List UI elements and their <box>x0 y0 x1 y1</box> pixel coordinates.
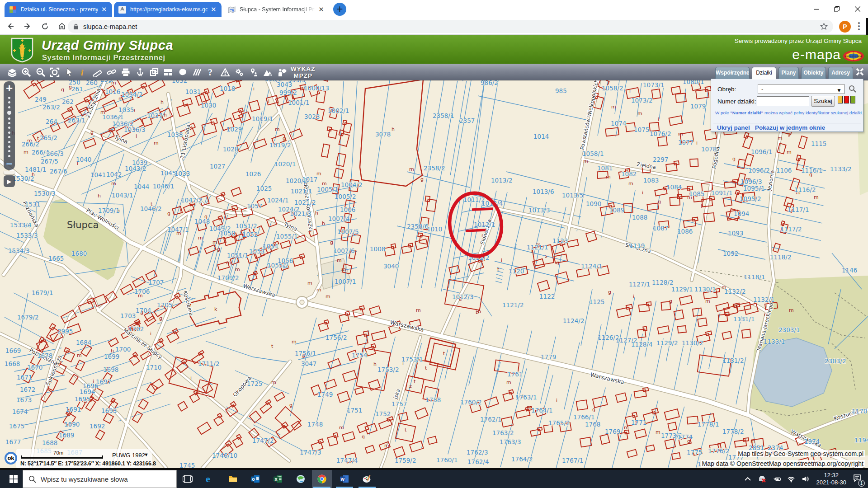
taskbar-app-globe[interactable] <box>291 470 311 488</box>
copy-view-icon[interactable] <box>147 66 161 79</box>
back-icon[interactable] <box>4 19 17 33</box>
zoom-in-button[interactable]: + <box>6 82 13 94</box>
panel-tab-działki[interactable]: Działki <box>752 67 776 80</box>
select-extent-icon[interactable] <box>48 66 61 79</box>
zoom-level-dot[interactable] <box>8 136 10 138</box>
terrain-icon[interactable] <box>261 66 274 79</box>
tab-dzialka[interactable]: Działka ul. Słoneczna - przemysła ✕ <box>5 2 112 17</box>
anchor-point-icon[interactable] <box>133 66 147 79</box>
taskbar-app-chrome[interactable] <box>312 470 332 488</box>
help-icon[interactable]: ? <box>204 66 218 79</box>
zoom-level-dot[interactable] <box>8 141 10 143</box>
panel-tab-plany[interactable]: Plany <box>778 67 799 79</box>
reload-icon[interactable] <box>38 19 52 33</box>
zoom-level-dot[interactable] <box>8 101 10 103</box>
tray-chevron-up-icon[interactable] <box>744 475 752 483</box>
taskbar-app-excel[interactable]: x <box>268 470 288 488</box>
town-label: Słupca <box>67 220 99 230</box>
zoom-slider-handle[interactable] <box>4 171 15 174</box>
window-close-button[interactable] <box>847 0 868 18</box>
tray-wifi-icon[interactable] <box>787 475 795 483</box>
taskbar-app-edge[interactable]: e <box>200 470 220 488</box>
polygon-icon[interactable] <box>176 66 189 79</box>
map-canvas[interactable]: ggmgmhmhhimgighmgimmgimgmmtgmmihhgmmhiim… <box>0 80 868 468</box>
parcel-label: 1013/6 <box>533 188 554 195</box>
poi-icon[interactable] <box>247 66 260 79</box>
legend-yellow-swatch[interactable] <box>838 96 843 103</box>
obreb-select[interactable]: -▼ <box>758 84 844 94</box>
feedback-icon[interactable] <box>275 66 289 79</box>
tab-close-icon[interactable]: ✕ <box>210 6 217 13</box>
hatch-icon[interactable] <box>190 66 203 79</box>
legend-green-swatch[interactable] <box>850 96 855 103</box>
start-button[interactable] <box>5 470 23 488</box>
split-view-icon[interactable] <box>161 66 175 79</box>
tab-close-icon[interactable]: ✕ <box>101 6 108 13</box>
panel-tab-współrzędne[interactable]: Współrzędne <box>715 67 750 79</box>
print-icon[interactable] <box>119 66 132 79</box>
tray-device-icon[interactable] <box>758 475 766 483</box>
new-tab-button[interactable]: + <box>333 3 346 16</box>
panel-tab-adresy[interactable]: Adresy <box>828 67 853 79</box>
zoom-level-dot[interactable] <box>8 131 10 134</box>
taskbar-clock[interactable]: 12:322021-08-30 <box>816 472 847 486</box>
szukaj-button[interactable]: Szukaj <box>811 96 835 107</box>
taskbar-app-explorer[interactable] <box>223 470 243 488</box>
zoom-level-dot[interactable] <box>8 117 10 120</box>
taskbar-app-task-view[interactable] <box>178 470 198 488</box>
taskbar-app-outlook[interactable]: o <box>245 470 265 488</box>
forward-icon[interactable] <box>21 19 34 33</box>
bookmark-star-icon[interactable] <box>820 23 828 30</box>
crs-select[interactable]: PUWG 1992 <box>112 452 145 459</box>
notification-center-icon[interactable]: 1 <box>853 474 862 484</box>
parcel-label: 1013/5 <box>562 192 584 199</box>
building-letter: h <box>392 127 395 132</box>
zoom-level-dot[interactable] <box>8 145 10 148</box>
layers-icon[interactable] <box>5 66 19 79</box>
tab-ekw[interactable]: https://przegladarka-ekw.ms.gov ✕ <box>114 2 222 17</box>
ok-button[interactable]: ok <box>5 452 17 465</box>
zoom-out-icon[interactable] <box>34 66 47 79</box>
zoom-level-dot[interactable] <box>8 106 10 108</box>
tab-slupca-active[interactable]: Słupca - System Informacji Przest ✕ <box>223 2 329 17</box>
zoom-level-dot[interactable] <box>7 111 11 115</box>
tray-speaker-icon[interactable] <box>802 475 810 483</box>
svg-text:GEO-SYSTEM: GEO-SYSTEM <box>845 55 862 58</box>
warning-icon[interactable] <box>218 66 232 79</box>
zoom-level-dot[interactable] <box>8 127 10 129</box>
info-icon[interactable]: i <box>76 66 90 79</box>
zoom-out-button[interactable]: – <box>6 159 12 167</box>
url-field[interactable]: slupca.e-mapa.net <box>68 20 833 33</box>
measure-icon[interactable] <box>90 66 104 79</box>
panel-search-icon[interactable] <box>849 85 856 93</box>
pointer-icon[interactable] <box>62 66 76 79</box>
panel-collapse-icon[interactable] <box>856 68 864 76</box>
numer-dzialki-input[interactable] <box>757 96 809 106</box>
pokazuj-link[interactable]: Pokazuj w jednym oknie <box>755 124 825 131</box>
profile-avatar[interactable]: P <box>839 21 851 33</box>
link-icon[interactable] <box>105 66 118 79</box>
panel-tab-obiekty[interactable]: Obiekty <box>801 67 826 79</box>
zoom-slider[interactable]: + – <box>4 81 15 170</box>
ukryj-panel-link[interactable]: Ukryj panel <box>717 124 750 131</box>
wykaz-mpzp-button[interactable]: WYKAZMPZP <box>291 66 316 79</box>
window-restore-button[interactable] <box>826 0 847 18</box>
expand-left-panel-button[interactable]: ▶ <box>4 175 15 187</box>
zoom-in-icon[interactable] <box>19 66 33 79</box>
taskbar-app-paint[interactable] <box>357 470 377 488</box>
zoom-level-dot[interactable] <box>8 97 10 99</box>
taskbar-app-word[interactable]: w <box>335 470 354 488</box>
browser-menu-icon[interactable]: ••• <box>855 22 863 31</box>
zoom-level-dot[interactable] <box>8 150 10 152</box>
window-minimize-button[interactable] <box>806 0 826 18</box>
settings-icon[interactable] <box>232 66 246 79</box>
map-data-attribution: Map data © OpenStreetMap openstreetmap.o… <box>701 460 865 467</box>
legend-red-swatch[interactable] <box>844 96 849 103</box>
tray-battery-icon[interactable] <box>773 475 781 483</box>
home-icon[interactable] <box>55 19 69 33</box>
crs-chevron-icon[interactable]: ▼ <box>144 452 149 457</box>
building-letter: g <box>732 156 736 162</box>
tab-close-icon[interactable]: ✕ <box>318 6 325 13</box>
zoom-level-dot[interactable] <box>8 122 10 124</box>
taskbar-search-box[interactable]: Wpisz tu wyszukiwane słowa <box>23 470 177 488</box>
